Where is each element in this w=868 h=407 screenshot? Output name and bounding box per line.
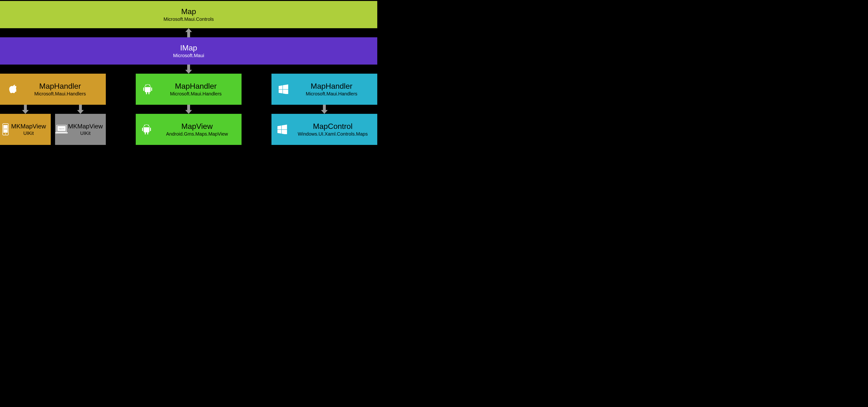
handler-windows-title: MapHandler (296, 82, 368, 91)
svg-point-12 (145, 126, 146, 127)
handler-apple: MapHandler Microsoft.Maui.Handlers (0, 74, 106, 105)
native-macos: macOS MKMapView UIKit (55, 114, 106, 145)
map-title: Map (163, 7, 214, 16)
native-macos-subtitle: UIKit (68, 131, 103, 136)
svg-text:macOS: macOS (59, 128, 64, 130)
native-ios-title: MKMapView (11, 123, 46, 130)
handler-windows-subtitle: Microsoft.Maui.Handlers (296, 91, 368, 97)
windows-icon (272, 84, 296, 94)
arrow-down-icon (185, 65, 192, 74)
arrow-down-icon (77, 105, 84, 114)
native-android-title: MapView (157, 122, 237, 131)
native-macos-title: MKMapView (68, 123, 103, 130)
arrow-down-icon (185, 105, 192, 114)
svg-point-0 (146, 86, 147, 86)
native-windows-title: MapControl (293, 122, 372, 131)
imap-title: IMap (173, 43, 204, 53)
svg-rect-2 (144, 88, 144, 91)
android-icon (136, 124, 157, 135)
native-ios: iOS MKMapView UIKit (0, 114, 51, 145)
handler-android: MapHandler Microsoft.Maui.Handlers (136, 74, 242, 105)
handler-android-subtitle: Microsoft.Maui.Handlers (160, 91, 232, 97)
native-android-subtitle: Android.Gms.Maps.MapView (157, 131, 237, 137)
svg-rect-11 (55, 132, 68, 133)
handler-android-title: MapHandler (160, 82, 232, 91)
native-windows: MapControl Windows.UI.Xaml.Controls.Maps (272, 114, 377, 145)
native-windows-subtitle: Windows.UI.Xaml.Controls.Maps (293, 131, 372, 137)
svg-rect-14 (142, 128, 143, 131)
imap-box: IMap Microsoft.Maui (0, 37, 377, 65)
map-box: Map Microsoft.Maui.Controls (0, 1, 377, 28)
handler-apple-subtitle: Microsoft.Maui.Handlers (24, 91, 96, 97)
svg-rect-15 (150, 128, 151, 131)
imap-subtitle: Microsoft.Maui (173, 53, 204, 58)
macos-laptop-icon: macOS (55, 124, 68, 134)
apple-icon (0, 84, 24, 95)
arrow-down-icon (22, 105, 29, 114)
svg-point-1 (149, 86, 149, 86)
map-subtitle: Microsoft.Maui.Controls (163, 16, 214, 22)
arrow-up-icon (185, 28, 192, 37)
ios-phone-icon: iOS (0, 124, 11, 135)
svg-point-13 (148, 126, 148, 127)
native-android: MapView Android.Gms.Maps.MapView (136, 114, 242, 145)
android-icon (136, 83, 160, 95)
handler-apple-title: MapHandler (24, 82, 96, 91)
native-ios-subtitle: UIKit (11, 131, 46, 136)
arrow-down-icon (321, 105, 328, 114)
svg-rect-3 (151, 88, 152, 91)
handler-windows: MapHandler Microsoft.Maui.Handlers (272, 74, 377, 105)
svg-text:iOS: iOS (4, 128, 7, 130)
svg-point-7 (5, 133, 6, 134)
windows-icon (272, 125, 293, 134)
